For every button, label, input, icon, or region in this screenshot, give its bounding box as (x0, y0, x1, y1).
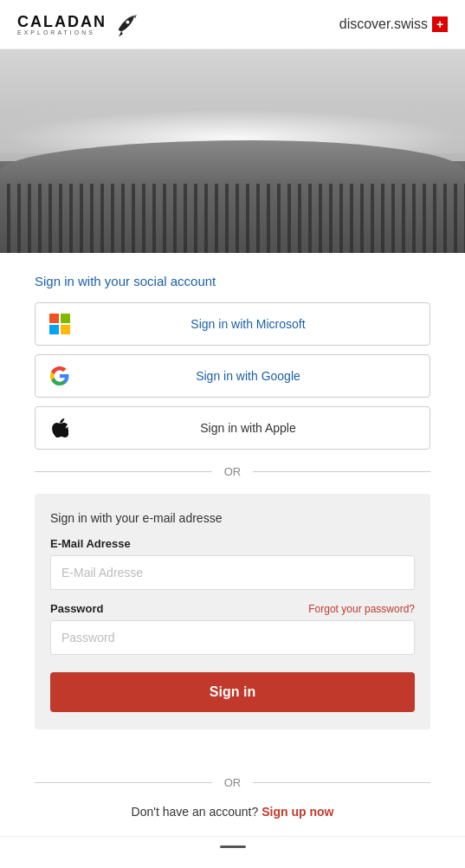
or-line-right (253, 471, 430, 472)
microsoft-icon (49, 314, 70, 334)
no-account-text: Don't have an account? (132, 805, 259, 819)
microsoft-signin-label: Sign in with Microsoft (81, 317, 416, 331)
discover-swiss-logo: discover.swiss (339, 16, 448, 32)
social-section-title: Sign in with your social account (35, 274, 430, 288)
google-signin-button[interactable]: Sign in with Google (35, 354, 430, 398)
signup-link[interactable]: Sign up now (262, 805, 333, 819)
caladan-name: CALADAN (17, 13, 107, 30)
rocket-icon (112, 10, 139, 38)
or-divider: OR (35, 465, 430, 478)
bottom-or-text: OR (212, 776, 254, 789)
svg-point-0 (126, 20, 130, 24)
main-content: Sign in with your social account Sign in… (0, 253, 465, 747)
header: CALADAN EXPLORATIONS discover.swiss (0, 0, 465, 49)
apple-signin-button[interactable]: Sign in with Apple (35, 406, 430, 450)
swiss-flag-icon (432, 16, 448, 32)
email-section-title: Sign in with your e-mail adresse (50, 511, 415, 525)
caladan-wordmark: CALADAN EXPLORATIONS (17, 13, 107, 36)
discover-swiss-label: discover.swiss (339, 16, 428, 32)
bottom-or-line-right (253, 782, 430, 783)
signup-prompt: Don't have an account? Sign up now (35, 805, 430, 819)
google-signin-label: Sign in with Google (81, 369, 416, 383)
forgot-password-link[interactable]: Forgot your password? (308, 603, 415, 615)
password-row: Password Forgot your password? (50, 602, 415, 615)
caladan-logo: CALADAN EXPLORATIONS (17, 10, 139, 38)
hero-image (0, 49, 465, 253)
bottom-section: OR Don't have an account? Sign up now (0, 747, 465, 836)
email-signin-section: Sign in with your e-mail adresse E-Mail … (35, 494, 430, 729)
microsoft-signin-button[interactable]: Sign in with Microsoft (35, 302, 430, 346)
bottom-or-divider: OR (35, 776, 430, 789)
password-input[interactable] (50, 620, 415, 655)
email-label: E-Mail Adresse (50, 537, 415, 550)
hero-trees (0, 184, 465, 253)
nav-indicator (220, 845, 246, 848)
or-line-left (35, 471, 212, 472)
caladan-sub: EXPLORATIONS (17, 29, 107, 36)
apple-signin-label: Sign in with Apple (81, 421, 416, 435)
sign-in-button[interactable]: Sign in (50, 672, 415, 712)
or-text: OR (212, 465, 254, 478)
google-icon (49, 366, 70, 386)
password-label: Password (50, 602, 103, 615)
email-input[interactable] (50, 555, 415, 590)
bottom-nav-bar (0, 836, 465, 857)
bottom-or-line-left (35, 782, 212, 783)
apple-icon (49, 418, 70, 438)
